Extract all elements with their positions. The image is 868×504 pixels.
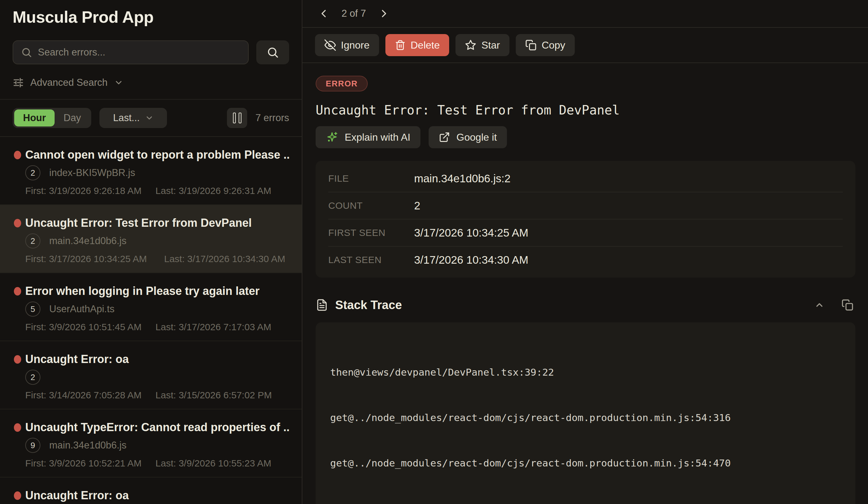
search-row (13, 40, 289, 64)
copy-button[interactable]: Copy (516, 34, 575, 56)
explain-with-ai-label: Explain with AI (345, 132, 410, 143)
error-list-item[interactable]: Uncaught TypeError: Cannot read properti… (0, 409, 302, 477)
copy-stack-trace-button[interactable] (840, 297, 855, 313)
first-seen-label: First: 3/14/2026 7:05:28 AM (25, 389, 142, 401)
google-it-button[interactable]: Google it (428, 126, 507, 148)
error-item-title: Uncaught Error: oa (25, 353, 289, 366)
error-item-title: Cannot open widget to report a problem P… (25, 148, 289, 161)
error-dot-icon (14, 219, 21, 228)
sparkles-icon (326, 131, 338, 144)
error-detail-panel: 2 of 7 Ignore Delete Star (302, 0, 868, 504)
search-icon (266, 46, 279, 59)
error-info-card: FILE main.34e1d0b6.js:2 COUNT 2 FIRST SE… (316, 161, 855, 277)
error-file-label: index-BKI5WpBR.js (49, 167, 135, 179)
last-seen-label: Last: 3/15/2026 6:57:02 PM (156, 389, 272, 401)
chevron-left-icon (319, 8, 329, 19)
error-file-label: UserAuthApi.ts (49, 303, 115, 315)
last-seen-label: Last: 3/9/2026 10:55:23 AM (156, 457, 271, 469)
last-range-dropdown[interactable]: Last... (100, 108, 167, 128)
time-range-segmented-control: Hour Day (13, 108, 91, 128)
chevron-down-icon (145, 114, 154, 122)
next-error-button[interactable] (375, 5, 393, 22)
error-list-item[interactable]: Cannot open widget to report a problem P… (0, 137, 302, 205)
error-dot-icon (14, 423, 21, 432)
error-list: Cannot open widget to report a problem P… (0, 137, 302, 504)
error-list-sidebar: Muscula Prod App Advanced Search (0, 0, 302, 504)
segment-day[interactable]: Day (55, 109, 90, 126)
error-item-title: Uncaught TypeError: Cannot read properti… (25, 421, 289, 434)
copy-label: Copy (541, 40, 565, 51)
error-item-title: Uncaught Error: oa (25, 489, 289, 502)
star-icon (465, 40, 476, 51)
copy-icon (841, 299, 854, 311)
error-file-label: main.34e1d0b6.js (49, 440, 126, 451)
sidebar-header: Muscula Prod App Advanced Search (0, 0, 302, 99)
delete-label: Delete (411, 40, 440, 51)
error-title: Uncaught Error: Test Error from DevPanel (316, 102, 855, 118)
error-count-badge: 2 (25, 165, 40, 180)
info-row-count: COUNT 2 (328, 192, 843, 220)
error-list-item[interactable]: Uncaught Error: oa 2 First: 3/14/2026 7:… (0, 341, 302, 409)
first-seen-label: First: 3/9/2026 10:52:21 AM (25, 457, 142, 469)
chevron-right-icon (379, 8, 389, 19)
detail-content: ERROR Uncaught Error: Test Error from De… (302, 63, 868, 504)
stack-trace-header: Stack Trace (316, 297, 855, 313)
first-seen-label: First: 3/17/2026 10:34:25 AM (25, 253, 150, 265)
info-label: FIRST SEEN (328, 228, 414, 238)
chevron-up-icon (814, 300, 825, 310)
stack-trace-line: get@../node_modules/react-dom/cjs/react-… (330, 410, 841, 425)
info-row-last-seen: LAST SEEN 3/17/2026 10:34:30 AM (328, 246, 843, 273)
collapse-stack-trace-button[interactable] (813, 298, 826, 312)
error-count-badge: 2 (25, 233, 40, 249)
search-submit-button[interactable] (256, 40, 289, 64)
app-title: Muscula Prod App (13, 9, 289, 25)
external-link-icon (439, 132, 450, 143)
eye-off-icon (324, 40, 336, 51)
pager-bar: 2 of 7 (302, 0, 868, 28)
search-input[interactable] (38, 47, 240, 58)
error-item-title: Error when logging in Please try again l… (25, 284, 289, 298)
error-item-title: Uncaught Error: Test Error from DevPanel (25, 216, 289, 230)
error-list-item-selected[interactable]: Uncaught Error: Test Error from DevPanel… (0, 205, 302, 273)
file-text-icon (316, 299, 328, 311)
stack-trace-line: get@../node_modules/react-dom/cjs/react-… (330, 455, 841, 471)
error-dot-icon (14, 355, 21, 364)
star-button[interactable]: Star (455, 34, 509, 56)
info-label: FILE (328, 173, 414, 184)
pause-icon (233, 113, 236, 123)
error-list-item[interactable]: Uncaught Error: oa (0, 477, 302, 504)
filter-bar: Hour Day Last... 7 errors (0, 99, 302, 137)
info-row-file: FILE main.34e1d0b6.js:2 (328, 165, 843, 192)
ignore-button[interactable]: Ignore (315, 34, 379, 56)
pause-stream-button[interactable] (227, 108, 247, 128)
error-count-badge: 5 (25, 302, 40, 317)
quick-actions: Explain with AI Google it (316, 126, 855, 148)
prev-error-button[interactable] (315, 5, 333, 22)
stack-trace-line: then@views/devpanel/DevPanel.tsx:39:22 (330, 365, 841, 380)
advanced-search-toggle[interactable]: Advanced Search (13, 77, 123, 88)
error-dot-icon (14, 287, 21, 295)
action-bar: Ignore Delete Star Copy (302, 28, 868, 63)
error-dot-icon (14, 151, 21, 159)
first-seen-label: First: 3/9/2026 10:51:45 AM (25, 321, 142, 333)
pause-icon (239, 113, 241, 123)
stack-trace-box[interactable]: then@views/devpanel/DevPanel.tsx:39:22 g… (316, 322, 855, 504)
severity-badge: ERROR (316, 76, 368, 92)
sliders-icon (13, 77, 24, 88)
info-value: 2 (414, 199, 420, 212)
search-box[interactable] (13, 40, 249, 64)
error-count-badge: 9 (25, 438, 40, 453)
delete-button[interactable]: Delete (385, 34, 450, 56)
info-label: COUNT (328, 200, 414, 211)
advanced-search-label: Advanced Search (30, 77, 107, 88)
error-list-item[interactable]: Error when logging in Please try again l… (0, 273, 302, 341)
explain-with-ai-button[interactable]: Explain with AI (316, 126, 421, 148)
trash-icon (395, 40, 406, 51)
info-value: 3/17/2026 10:34:25 AM (414, 227, 528, 239)
segment-hour[interactable]: Hour (14, 109, 55, 126)
info-label: LAST SEEN (328, 254, 414, 265)
info-value: 3/17/2026 10:34:30 AM (414, 254, 528, 266)
copy-icon (525, 40, 537, 51)
star-label: Star (481, 40, 500, 51)
google-it-label: Google it (456, 132, 497, 143)
